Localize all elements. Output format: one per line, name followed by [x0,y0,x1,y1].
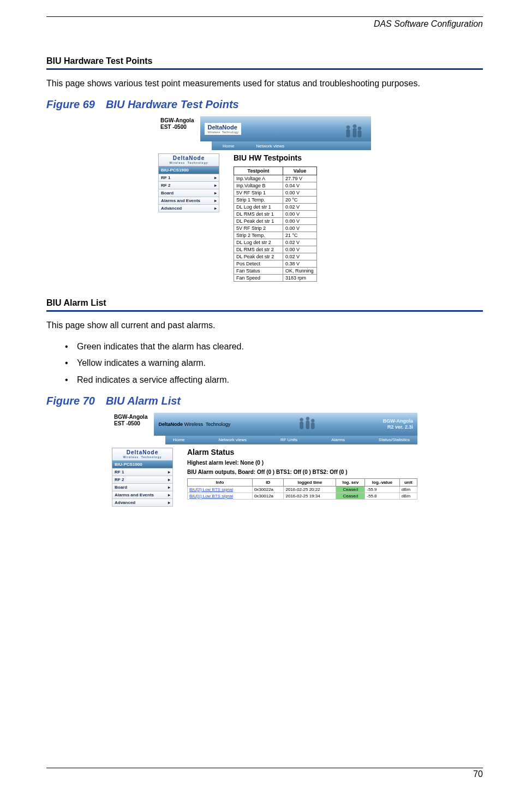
id-cell: 0x30022a [252,486,284,493]
unit-cell: dBm [399,493,417,499]
tp-cell: Strip 1 Temp. [234,197,283,204]
sidebar-item-rf1[interactable]: RF 1▸ [158,174,219,182]
tab-network-views[interactable]: Network views [218,437,247,442]
tab-rf-units[interactable]: RF Units [280,437,297,442]
alarm-block: Alarm Status Highest alarm level: None (… [187,448,417,507]
table-row: BIU[1] Low BTS signal0x30012a2016-02-25 … [188,493,417,499]
tab-status[interactable]: Status/Statistics [379,437,410,442]
val-cell: 0.02 V [283,204,317,211]
figure-69: BGW-Angola EST -0500 DeltaNode Wireless … [158,116,371,282]
tab-home[interactable]: Home [223,144,234,149]
svg-point-4 [358,127,361,130]
val-cell: 0.00 V [283,246,317,253]
figure-70-caption: Figure 70 BIU Alarm List [46,395,483,407]
tab-network-views[interactable]: Network views [256,144,284,149]
brand-tagline: Wireless Technology [184,422,231,427]
chevron-right-icon: ▸ [168,493,170,497]
brand-name: DeltaNode [207,124,237,130]
tp-cell: DL RMS det str 1 [234,211,283,218]
bullet-yellow: Yellow indicates a warning alarm. [77,357,483,369]
val-cell: 0.38 V [283,260,317,268]
sidebar-item-alarms[interactable]: Alarms and Events▸ [112,491,173,499]
val-cell: 0.00 V [283,225,317,232]
th-val: log.-value [365,478,399,486]
sidebar: DeltaNode Wireless Technology BIU-PCS190… [158,153,219,282]
section-heading-biu-alarm: BIU Alarm List [46,298,483,312]
section1-text: This page shows various test point measu… [46,78,483,90]
chevron-right-icon: ▸ [214,183,217,188]
val-cell: 0.00 V [283,218,317,225]
people-icon [295,416,319,433]
svg-point-8 [306,417,309,420]
tp-cell: DL Log det str 2 [234,239,283,246]
alarm-status-title: Alarm Status [187,448,417,456]
table-row: DL RMS det str 10.00 V [234,211,317,218]
alarm-highest-level: Highest alarm level: None (0 ) [187,460,417,466]
val-cell: 0.02 V [283,239,317,246]
tp-cell: DL RMS det str 2 [234,246,283,253]
val-cell: 3183 rpm [283,275,317,282]
people-icon [342,123,363,141]
svg-point-0 [346,126,350,129]
tp-cell: Pos Detect [234,260,283,268]
sidebar-item-rf2[interactable]: RF 2▸ [112,476,173,484]
sidebar-head[interactable]: BIU-PCS1900 [112,461,173,468]
tab-bar: Home Network views RF Units Alarms Statu… [165,436,417,444]
tp-cell: Strip 2 Temp. [234,232,283,239]
table-row: DL RMS det str 20.00 V [234,246,317,253]
table-row: Strip 2 Temp.21 °C [234,232,317,239]
sidebar-item-board[interactable]: Board▸ [112,484,173,491]
sidebar-item-alarms[interactable]: Alarms and Events▸ [158,197,219,205]
sidebar-item-label: RF 1 [161,175,170,180]
brand-name-small: DeltaNode [173,155,205,161]
tp-cell: Fan Speed [234,275,283,282]
sidebar-head[interactable]: BIU-PCS1900 [158,167,219,174]
banner-right-label: BGW-Angola R2 ver. 2.3i [383,418,413,430]
id-cell: 0x30012a [252,493,284,499]
banner-right-l2: R2 ver. 2.3i [383,424,413,430]
sidebar-item-rf2[interactable]: RF 2▸ [158,182,219,189]
tab-alarms[interactable]: Alarms [331,437,345,442]
unit-cell: dBm [399,486,417,493]
svg-rect-7 [300,422,303,429]
sidebar-item-label: Board [161,191,174,195]
header-rule [46,16,483,17]
th-unit: unit [399,478,417,486]
info-cell[interactable]: BIU[2] Low BTS signal [188,486,253,493]
banner-right-l1: BGW-Angola [383,418,413,424]
sidebar-brand-logo: DeltaNode Wireless Technology [112,448,173,461]
chevron-right-icon: ▸ [214,206,217,211]
section-heading-biu-hw: BIU Hardware Test Points [46,56,483,70]
chevron-right-icon: ▸ [168,470,170,474]
svg-rect-3 [353,128,356,137]
figure-70: BGW-Angola EST -0500 DeltaNode Wireless … [112,413,417,507]
svg-rect-11 [312,423,315,429]
sidebar-item-advanced[interactable]: Advanced▸ [112,499,173,507]
table-row: DL Log det str 20.02 V [234,239,317,246]
brand-tagline-small: Wireless Technology [159,161,219,164]
brand-logo: DeltaNode Wireless Technology [205,123,241,135]
val-cell: 0.00 V [283,211,317,218]
severity-cell: Ceased [336,493,365,499]
time-cell: 2016-02-25 19:34 [284,493,336,499]
table-row: 5V RF Strip 10.00 V [234,189,317,197]
chevron-right-icon: ▸ [214,198,217,203]
brand-logo: DeltaNode Wireless Technology [158,422,230,427]
tab-home[interactable]: Home [173,437,184,442]
sidebar-item-board[interactable]: Board▸ [158,189,219,197]
bgw-line1: BGW-Angola [160,117,194,124]
brand-tagline-small: Wireless Technology [112,455,172,459]
table-row: DL Log det str 10.02 V [234,204,317,211]
tp-cell: Inp.Voltage B [234,182,283,189]
bgw-line2: EST -0500 [160,124,194,130]
bullet-list: Green indicates that the alarm has clear… [77,341,483,386]
page-number: 70 [46,768,483,779]
info-cell[interactable]: BIU[1] Low BTS signal [188,493,253,499]
th-value: Value [283,167,317,175]
fig70-body: DeltaNode Wireless Technology BIU-PCS190… [112,448,417,507]
sidebar-item-rf1[interactable]: RF 1▸ [112,468,173,476]
sidebar-item-advanced[interactable]: Advanced▸ [158,205,219,212]
chevron-right-icon: ▸ [214,175,217,180]
val-cell: 0.00 V [283,189,317,197]
table-row: DL Peak det str 10.00 V [234,218,317,225]
